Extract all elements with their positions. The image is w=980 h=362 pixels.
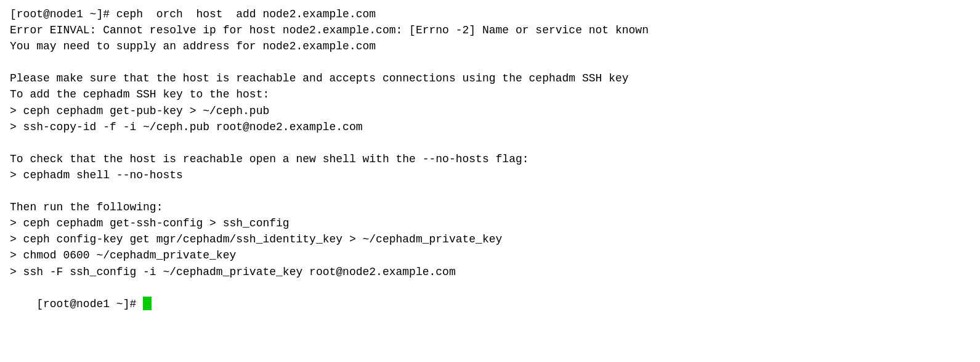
command-line-2: > ceph cephadm get-pub-key > ~/ceph.pub — [10, 103, 970, 119]
prompt-text: [root@node1 ~]# — [36, 298, 143, 310]
info-line-4: Then run the following: — [10, 199, 970, 215]
command-line-8: > ssh -F ssh_config -i ~/cephadm_private… — [10, 264, 970, 280]
info-line-1: Please make sure that the host is reacha… — [10, 70, 970, 86]
blank-line-1 — [10, 54, 970, 70]
blank-line-2 — [10, 135, 970, 151]
command-line-1: [root@node1 ~]# ceph orch host add node2… — [10, 6, 970, 22]
command-line-5: > ceph cephadm get-ssh-config > ssh_conf… — [10, 215, 970, 231]
command-line-3: > ssh-copy-id -f -i ~/ceph.pub root@node… — [10, 119, 970, 135]
blank-line-3 — [10, 183, 970, 199]
command-line-7: > chmod 0600 ~/cephadm_private_key — [10, 247, 970, 263]
error-line-1: Error EINVAL: Cannot resolve ip for host… — [10, 22, 970, 38]
command-line-6: > ceph config-key get mgr/cephadm/ssh_id… — [10, 231, 970, 247]
command-line-4: > cephadm shell --no-hosts — [10, 167, 970, 183]
info-line-2: To add the cephadm SSH key to the host: — [10, 86, 970, 102]
terminal-cursor — [143, 297, 152, 310]
info-line-3: To check that the host is reachable open… — [10, 151, 970, 167]
error-line-2: You may need to supply an address for no… — [10, 38, 970, 54]
terminal[interactable]: [root@node1 ~]# ceph orch host add node2… — [10, 6, 970, 328]
final-prompt-line: [root@node1 ~]# — [10, 280, 970, 328]
